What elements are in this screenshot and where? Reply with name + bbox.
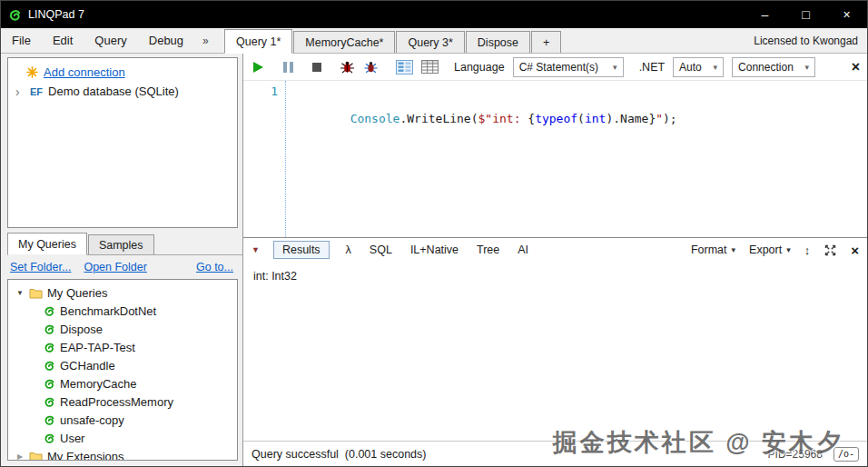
- expand-chevron-icon[interactable]: ›: [15, 84, 25, 99]
- tree-node-label: GCHandle: [60, 359, 115, 373]
- query-list: BenchmarkDotNet Dispose: [8, 302, 237, 447]
- code-token: typeof: [535, 112, 577, 125]
- output-mode-button[interactable]: /o-: [833, 447, 859, 462]
- code-token: Console: [350, 112, 400, 125]
- tree-node-my-queries[interactable]: ▼ My Queries: [8, 283, 237, 302]
- code-editor[interactable]: 1 Console.WriteLine($"int: {typeof(int).…: [243, 81, 867, 237]
- tree-node-label: My Queries: [47, 286, 107, 300]
- tree-node-query[interactable]: User: [8, 429, 237, 447]
- connection-value: Connection: [738, 61, 794, 74]
- language-select[interactable]: C# Statement(s) ▾: [513, 57, 624, 77]
- left-panel: Add connection › EF Demo database (SQLit…: [1, 54, 242, 466]
- tree-node-query[interactable]: Dispose: [8, 320, 237, 338]
- collapse-arrow-icon[interactable]: ▼: [15, 289, 25, 297]
- results-tab[interactable]: AI: [516, 242, 530, 258]
- expand-results-icon[interactable]: [824, 243, 837, 257]
- menu-item[interactable]: Query: [84, 34, 137, 47]
- query-tab[interactable]: MemoryCache*: [293, 31, 395, 53]
- query-icon: [43, 377, 55, 390]
- query-icon: [43, 341, 55, 353]
- language-label: Language: [454, 61, 505, 74]
- connection-item[interactable]: › EF Demo database (SQLite): [12, 82, 233, 101]
- menu-overflow-chevron-icon[interactable]: »: [202, 35, 224, 47]
- code-token: $"int:: [478, 112, 528, 125]
- connections-panel: Add connection › EF Demo database (SQLit…: [7, 57, 238, 228]
- format-label: Format: [691, 243, 727, 256]
- go-to-link[interactable]: Go to...: [196, 261, 233, 273]
- linqpad-window: LINQPad 7 – □ × FileEditQueryDebug » Que…: [0, 0, 868, 467]
- tree-node-query[interactable]: unsafe-copy: [8, 411, 237, 429]
- menu-item[interactable]: File: [1, 34, 42, 47]
- close-query-icon[interactable]: ×: [852, 59, 860, 75]
- export-dropdown[interactable]: Export ▾: [749, 243, 791, 256]
- maximize-button[interactable]: □: [785, 1, 826, 28]
- query-tab[interactable]: Query 1*: [224, 29, 292, 54]
- code-token: {: [528, 112, 535, 125]
- query-tab[interactable]: Query 3*: [396, 31, 464, 53]
- menu-item[interactable]: Edit: [42, 34, 84, 47]
- dotnet-label: .NET: [639, 61, 665, 74]
- tree-node-query[interactable]: EAP-TAP-Test: [8, 338, 237, 356]
- tree-node-my-extensions[interactable]: ▶ My Extensions: [8, 447, 237, 461]
- window-title: LINQPad 7: [28, 8, 84, 21]
- close-results-icon[interactable]: ×: [851, 243, 859, 258]
- close-button[interactable]: ×: [826, 1, 867, 28]
- window-controls: – □ ×: [745, 1, 867, 28]
- dotnet-value: Auto: [679, 61, 702, 74]
- folder-icon: [29, 287, 43, 299]
- dropdown-caret-icon: ▾: [805, 63, 810, 72]
- data-grid-results-icon[interactable]: [421, 60, 439, 74]
- query-icon: [43, 323, 55, 335]
- results-tab[interactable]: IL+Native: [409, 242, 460, 258]
- dropdown-caret-icon: ▾: [714, 63, 718, 72]
- license-text: Licensed to Kwongad: [754, 35, 867, 53]
- debug-bug-icon[interactable]: [340, 60, 355, 75]
- results-tab[interactable]: Results: [273, 241, 330, 259]
- left-tab[interactable]: My Queries: [7, 233, 87, 255]
- code-token: int: [585, 112, 606, 125]
- query-tab[interactable]: Dispose: [466, 31, 530, 53]
- star-icon: [26, 66, 38, 78]
- connection-label: Demo database (SQLite): [48, 84, 179, 98]
- code-line[interactable]: Console.WriteLine($"int: {typeof(int).Na…: [285, 81, 867, 237]
- tree-node-query[interactable]: MemoryCache: [8, 374, 237, 392]
- minimize-button[interactable]: –: [745, 1, 785, 28]
- status-message: Query successful (0.001 seconds): [252, 448, 426, 461]
- connection-select[interactable]: Connection ▾: [732, 57, 815, 77]
- format-dropdown[interactable]: Format ▾: [691, 243, 735, 256]
- tree-node-query[interactable]: GCHandle: [8, 356, 237, 374]
- tree-node-label: ReadProcessMemory: [60, 395, 173, 409]
- ef-icon: EF: [30, 86, 43, 97]
- dropdown-caret-icon: ▾: [613, 63, 617, 72]
- linqpad-logo-icon: [1, 7, 28, 22]
- tree-node-label: EAP-TAP-Test: [60, 341, 135, 354]
- debug-options-bug-icon[interactable]: [363, 60, 379, 75]
- tree-node-query[interactable]: ReadProcessMemory: [8, 392, 237, 411]
- results-tab[interactable]: Tree: [475, 242, 501, 258]
- set-folder-link[interactable]: Set Folder...: [10, 261, 71, 273]
- results-tab[interactable]: SQL: [368, 242, 394, 258]
- collapse-results-icon[interactable]: ▼: [252, 245, 260, 254]
- window-body: Add connection › EF Demo database (SQLit…: [1, 54, 867, 466]
- query-icon: [43, 359, 55, 372]
- results-tab[interactable]: λ: [344, 242, 353, 258]
- add-connection-link[interactable]: Add connection: [44, 65, 125, 79]
- pause-button[interactable]: [282, 61, 294, 74]
- rich-text-results-icon[interactable]: [396, 60, 413, 75]
- query-tab[interactable]: +: [531, 31, 561, 53]
- results-tab-strip: ResultsλSQLIL+NativeTreeAI: [273, 241, 530, 259]
- language-value: C# Statement(s): [519, 61, 598, 74]
- query-icon: [43, 432, 55, 444]
- dotnet-select[interactable]: Auto ▾: [673, 57, 724, 77]
- stop-button[interactable]: [311, 62, 322, 73]
- tree-node-query[interactable]: BenchmarkDotNet: [8, 302, 237, 320]
- resize-panel-icon[interactable]: ↕: [804, 243, 811, 257]
- expand-arrow-icon[interactable]: ▶: [15, 452, 25, 461]
- left-tab[interactable]: Samples: [88, 234, 154, 254]
- queries-tree: ▼ My Queries BenchmarkDotNet: [7, 279, 238, 461]
- run-button[interactable]: [251, 60, 265, 75]
- open-folder-link[interactable]: Open Folder: [84, 261, 146, 273]
- add-connection-row[interactable]: Add connection: [12, 63, 233, 82]
- tree-node-label: Dispose: [60, 323, 103, 336]
- menu-item[interactable]: Debug: [138, 34, 194, 47]
